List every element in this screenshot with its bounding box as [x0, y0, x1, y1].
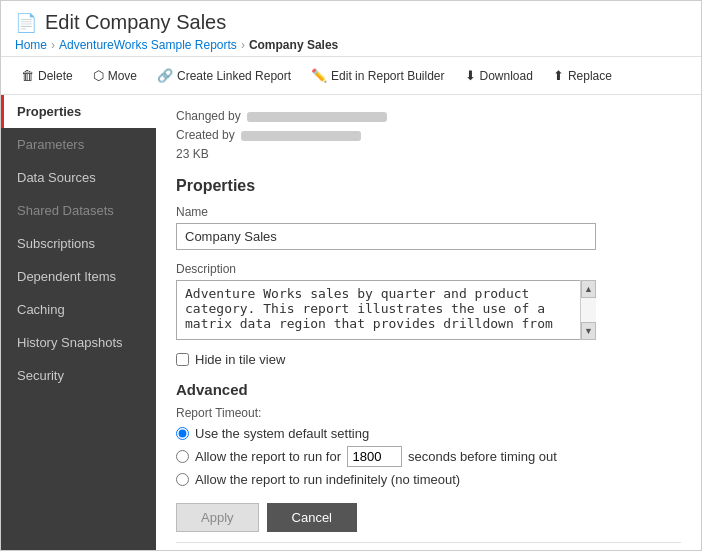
name-field-group: Name	[176, 205, 681, 250]
properties-section-title: Properties	[176, 177, 681, 195]
file-size: 23 KB	[176, 147, 209, 161]
breadcrumb-parent[interactable]: AdventureWorks Sample Reports	[59, 38, 237, 52]
sidebar: Properties Parameters Data Sources Share…	[1, 95, 156, 550]
radio-row-3: Allow the report to run indefinitely (no…	[176, 472, 681, 487]
download-icon: ⬇	[465, 68, 476, 83]
edit-report-builder-button[interactable]: ✏️ Edit in Report Builder	[301, 57, 454, 95]
edit-icon: ✏️	[311, 68, 327, 83]
download-label: Download	[480, 69, 533, 83]
sidebar-item-history-snapshots[interactable]: History Snapshots	[1, 326, 156, 359]
move-icon: ⬡	[93, 68, 104, 83]
sidebar-item-security[interactable]: Security	[1, 359, 156, 392]
name-input[interactable]	[176, 223, 596, 250]
changed-by-label: Changed by	[176, 109, 241, 123]
main-content: Changed by Created by 23 KB Properties N…	[156, 95, 701, 550]
radio-indefinitely-label: Allow the report to run indefinitely (no…	[195, 472, 460, 487]
radio-indefinitely[interactable]	[176, 473, 189, 486]
scroll-down-button[interactable]: ▼	[581, 322, 596, 340]
toolbar: 🗑 Delete ⬡ Move 🔗 Create Linked Report ✏…	[1, 57, 701, 95]
created-by-label: Created by	[176, 128, 235, 142]
report-timeout-label: Report Timeout:	[176, 406, 681, 420]
header: 📄 Edit Company Sales Home › AdventureWor…	[1, 1, 701, 57]
hide-tile-label: Hide in tile view	[195, 352, 285, 367]
radio-row-1: Use the system default setting	[176, 426, 681, 441]
sidebar-item-shared-datasets: Shared Datasets	[1, 194, 156, 227]
description-input[interactable]: Adventure Works sales by quarter and pro…	[176, 280, 596, 340]
timeout-seconds-input[interactable]	[347, 446, 402, 467]
footer-note: Create a linked report when you want to …	[176, 542, 681, 550]
sidebar-item-data-sources[interactable]: Data Sources	[1, 161, 156, 194]
report-icon: 📄	[15, 12, 37, 34]
replace-button[interactable]: ⬆ Replace	[543, 57, 622, 95]
delete-button[interactable]: 🗑 Delete	[11, 57, 83, 95]
download-button[interactable]: ⬇ Download	[455, 57, 543, 95]
scroll-up-button[interactable]: ▲	[581, 280, 596, 298]
hide-tile-checkbox[interactable]	[176, 353, 189, 366]
sidebar-item-properties[interactable]: Properties	[1, 95, 156, 128]
delete-icon: 🗑	[21, 68, 34, 83]
advanced-section-title: Advanced	[176, 381, 681, 398]
move-label: Move	[108, 69, 137, 83]
seconds-suffix: seconds before timing out	[408, 449, 557, 464]
radio-run-for[interactable]	[176, 450, 189, 463]
name-label: Name	[176, 205, 681, 219]
changed-by-value	[247, 112, 387, 122]
create-linked-report-button[interactable]: 🔗 Create Linked Report	[147, 57, 301, 95]
cancel-button[interactable]: Cancel	[267, 503, 357, 532]
hide-tile-row: Hide in tile view	[176, 352, 681, 367]
replace-label: Replace	[568, 69, 612, 83]
description-scrollbar[interactable]: ▲ ▼	[580, 280, 596, 340]
radio-system-default-label: Use the system default setting	[195, 426, 369, 441]
radio-row-2: Allow the report to run for seconds befo…	[176, 446, 681, 467]
description-field-group: Description Adventure Works sales by qua…	[176, 262, 681, 340]
sidebar-item-parameters: Parameters	[1, 128, 156, 161]
description-label: Description	[176, 262, 681, 276]
radio-system-default[interactable]	[176, 427, 189, 440]
radio-run-for-label: Allow the report to run for	[195, 449, 341, 464]
apply-button[interactable]: Apply	[176, 503, 259, 532]
button-row: Apply Cancel	[176, 503, 681, 532]
created-by-value	[241, 131, 361, 141]
breadcrumb: Home › AdventureWorks Sample Reports › C…	[15, 38, 687, 52]
breadcrumb-sep2: ›	[241, 38, 245, 52]
page-title: 📄 Edit Company Sales	[15, 11, 687, 34]
replace-icon: ⬆	[553, 68, 564, 83]
meta-info: Changed by Created by 23 KB	[176, 107, 681, 165]
edit-label: Edit in Report Builder	[331, 69, 444, 83]
sidebar-item-dependent-items[interactable]: Dependent Items	[1, 260, 156, 293]
title-text: Edit Company Sales	[45, 11, 226, 34]
breadcrumb-home[interactable]: Home	[15, 38, 47, 52]
sidebar-item-caching[interactable]: Caching	[1, 293, 156, 326]
body: Properties Parameters Data Sources Share…	[1, 95, 701, 550]
sidebar-item-subscriptions[interactable]: Subscriptions	[1, 227, 156, 260]
scroll-track	[581, 298, 596, 322]
link-icon: 🔗	[157, 68, 173, 83]
breadcrumb-current: Company Sales	[249, 38, 338, 52]
move-button[interactable]: ⬡ Move	[83, 57, 147, 95]
delete-label: Delete	[38, 69, 73, 83]
radio-group: Use the system default setting Allow the…	[176, 426, 681, 487]
breadcrumb-sep1: ›	[51, 38, 55, 52]
create-linked-label: Create Linked Report	[177, 69, 291, 83]
